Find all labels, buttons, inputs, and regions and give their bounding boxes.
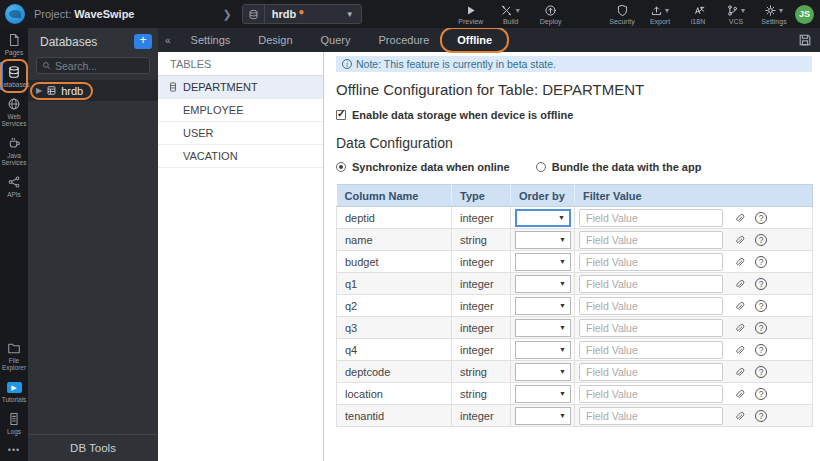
order-by-select[interactable]: ▼ [515,275,571,293]
chevron-down-icon: ▼ [559,412,566,419]
order-by-select[interactable]: ▼ [515,253,571,271]
filter-value-input[interactable] [579,319,723,337]
radio-bundle-with-app[interactable]: Bundle the data with the app [536,161,702,173]
filter-value-input[interactable] [579,253,723,271]
radio-button-icon[interactable] [536,162,546,172]
add-database-button[interactable]: + [134,34,152,49]
expand-caret-icon[interactable]: ▶ [36,86,42,95]
bind-link-icon[interactable] [733,234,745,246]
column-row-q1: q1 integer ▼ ? [337,273,813,295]
sidebar-item-apis[interactable]: APIs [0,170,28,202]
filter-value-input[interactable] [579,407,723,425]
i18n-button[interactable]: i18N [685,4,711,25]
tab-query[interactable]: Query [311,30,361,50]
order-by-select[interactable]: ▼ [515,231,571,249]
action-label: Build [503,18,519,25]
chevron-down-icon: ▼ [559,324,566,331]
order-by-select[interactable]: ▼ [515,209,571,227]
column-name-cell: location [337,383,452,405]
help-icon[interactable]: ? [755,388,767,400]
help-icon[interactable]: ? [755,278,767,290]
help-icon[interactable]: ? [755,300,767,312]
db-tools-button[interactable]: DB Tools [28,434,158,461]
table-item-department[interactable]: DEPARTMENT [158,76,323,99]
sidebar-item-logs[interactable]: Logs [0,407,28,439]
col-header-filter-value: Filter Value [575,185,813,207]
order-by-select[interactable]: ▼ [515,297,571,315]
bind-link-icon[interactable] [733,256,745,268]
bind-link-icon[interactable] [733,410,745,422]
settings-button[interactable]: ▼ Settings [761,4,787,25]
sidebar-item-databases[interactable]: Databases [0,60,28,92]
help-icon[interactable]: ? [755,366,767,378]
chevron-down-icon: ▼ [514,7,521,14]
enable-offline-checkbox[interactable] [336,110,346,120]
help-icon[interactable]: ? [755,322,767,334]
filter-value-input[interactable] [579,231,723,249]
sidebar-item-java-services[interactable]: Java Services [0,131,28,170]
bind-link-icon[interactable] [733,366,745,378]
column-row-budget: budget integer ▼ ? [337,251,813,273]
more-options-button[interactable]: ••• [0,439,28,461]
help-icon[interactable]: ? [755,256,767,268]
table-item-user[interactable]: USER [158,122,323,145]
help-icon[interactable]: ? [755,234,767,246]
vcs-button[interactable]: ▼ VCS [723,4,749,25]
logs-icon [7,412,21,426]
table-item-employee[interactable]: EMPLOYEE [158,99,323,122]
filter-value-input[interactable] [579,275,723,293]
bind-link-icon[interactable] [733,278,745,290]
order-by-select[interactable]: ▼ [515,341,571,359]
collapse-panel-icon[interactable]: « [165,35,171,46]
translate-icon [692,4,705,17]
radio-synchronize-online[interactable]: Synchronize data when online [336,161,510,173]
chevron-down-icon: ▼ [664,7,671,14]
column-row-q4: q4 integer ▼ ? [337,339,813,361]
security-button[interactable]: Security [609,4,635,25]
tab-offline[interactable]: Offline [447,30,502,50]
preview-button[interactable]: Preview [458,4,484,25]
tab-design[interactable]: Design [248,30,302,50]
filter-value-input[interactable] [579,385,723,403]
sidebar-item-file-explorer[interactable]: File Explorer [0,336,28,375]
chevron-right-icon: ❯ [222,8,231,21]
order-by-select[interactable]: ▼ [515,407,571,425]
table-item-vacation[interactable]: VACATION [158,145,323,168]
export-button[interactable]: ▼ Export [647,4,673,25]
bind-link-icon[interactable] [733,300,745,312]
action-label: VCS [729,18,743,25]
sidebar-item-pages[interactable]: Pages [0,28,28,60]
page-title: Offline Configuration for Table: DEPARTM… [336,81,812,98]
help-icon[interactable]: ? [755,344,767,356]
filter-value-input[interactable] [579,341,723,359]
tab-procedure[interactable]: Procedure [369,30,440,50]
database-item-hrdb[interactable]: ▶ hrdb [28,80,158,101]
radio-button-icon[interactable] [336,162,346,172]
filter-value-input[interactable] [579,297,723,315]
column-type-cell: string [452,229,511,251]
help-icon[interactable]: ? [755,212,767,224]
enable-offline-label: Enable data storage when device is offli… [352,109,573,121]
sidebar-item-tutorials[interactable]: ▶Tutorials [0,375,28,407]
order-by-select[interactable]: ▼ [515,319,571,337]
deploy-button[interactable]: Deploy [538,4,564,25]
bind-link-icon[interactable] [733,212,745,224]
build-button[interactable]: ▼ Build [498,4,524,25]
order-by-select[interactable]: ▼ [515,363,571,381]
bind-link-icon[interactable] [733,322,745,334]
order-by-select[interactable]: ▼ [515,385,571,403]
column-type-cell: integer [452,207,511,229]
sidebar-item-web-services[interactable]: Web Services [0,92,28,131]
filter-value-input[interactable] [579,209,723,227]
bind-link-icon[interactable] [733,344,745,356]
save-icon[interactable] [798,33,812,47]
search-input[interactable] [55,60,144,72]
database-selector-dropdown[interactable]: hrdb● ▼ [242,4,362,24]
chevron-down-icon: ▼ [559,368,566,375]
bind-link-icon[interactable] [733,388,745,400]
filter-value-input[interactable] [579,363,723,381]
wavemaker-logo-icon[interactable] [5,4,25,24]
user-avatar[interactable]: JS [795,5,814,24]
help-icon[interactable]: ? [755,410,767,422]
tab-settings[interactable]: Settings [181,30,241,50]
